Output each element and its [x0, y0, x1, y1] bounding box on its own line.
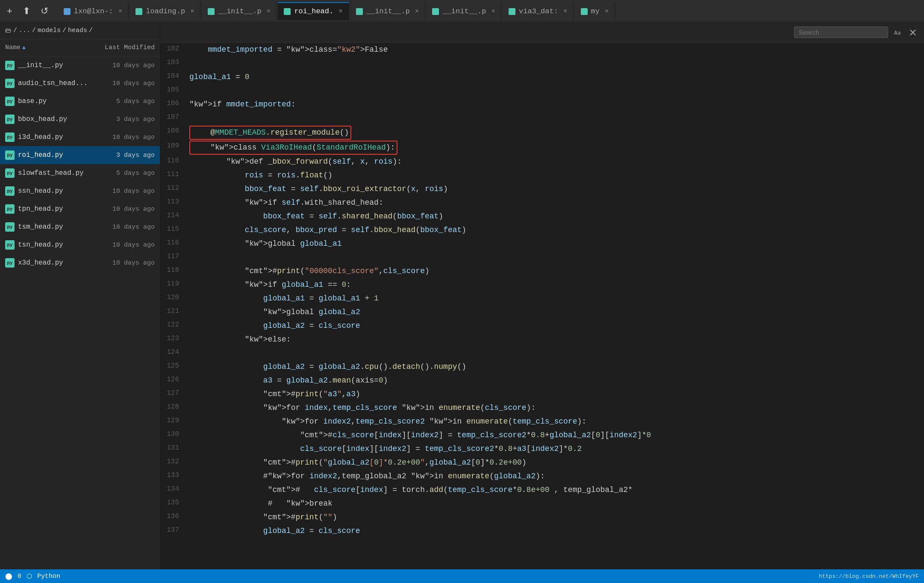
- line-code[interactable]: "cmt"># cls_score[index] = torch.add(tem…: [186, 483, 924, 497]
- line-number: 107: [160, 111, 186, 125]
- code-line: 136 "cmt">#print(""): [160, 510, 924, 524]
- file-name: audio_tsn_head...: [18, 80, 88, 87]
- tab-close-roi_head[interactable]: ×: [338, 8, 343, 15]
- file-list: py__init__.py10 days agopyaudio_tsn_head…: [0, 56, 160, 569]
- line-code[interactable]: "kw">def _bbox_forward(self, x, rois):: [186, 155, 924, 168]
- tab-loading[interactable]: loading.p×: [129, 2, 200, 20]
- line-code[interactable]: # "kw">break: [186, 497, 924, 510]
- list-item[interactable]: pybbox_head.py3 days ago: [0, 110, 160, 128]
- tab-close-init1[interactable]: ×: [267, 8, 271, 15]
- line-code[interactable]: cls_score[index][index2] = temp_cls_scor…: [186, 442, 924, 456]
- line-code[interactable]: mmdet_imported = "kw">class="kw2">False: [186, 43, 924, 56]
- line-code[interactable]: [186, 56, 924, 70]
- line-number: 125: [160, 360, 186, 374]
- list-item[interactable]: pyslowfast_head.py5 days ago: [0, 164, 160, 182]
- tab-close-init3[interactable]: ×: [491, 8, 495, 15]
- line-code[interactable]: "cmt">#print(""): [186, 510, 924, 524]
- new-file-button[interactable]: +: [3, 4, 16, 18]
- line-code[interactable]: "kw">if self.with_shared_head:: [186, 196, 924, 209]
- line-code[interactable]: "kw">if mmdet_imported:: [186, 97, 924, 111]
- line-code[interactable]: @MMDET_HEADS.register_module(): [186, 125, 924, 140]
- refresh-button[interactable]: ↺: [37, 4, 52, 18]
- list-item[interactable]: pytsn_head.py10 days ago: [0, 236, 160, 254]
- list-item[interactable]: pyaudio_tsn_head...10 days ago: [0, 74, 160, 92]
- tab-my[interactable]: my×: [575, 2, 615, 20]
- line-code[interactable]: global_a2 = cls_score: [186, 319, 924, 333]
- list-item[interactable]: py__init__.py10 days ago: [0, 56, 160, 74]
- list-item[interactable]: pyroi_head.py3 days ago: [0, 146, 160, 164]
- upload-button[interactable]: ⬆: [19, 4, 34, 18]
- breadcrumb-heads[interactable]: heads: [68, 27, 87, 34]
- svg-text:Aa: Aa: [894, 29, 901, 36]
- line-code[interactable]: [186, 84, 924, 97]
- tabs-container: lxn@lxn-:×loading.p×__init__.p×roi_head.…: [58, 2, 615, 20]
- line-code[interactable]: "kw">for index,temp_cls_score "kw">in en…: [186, 401, 924, 415]
- line-code[interactable]: [186, 346, 924, 360]
- file-name: ssn_head.py: [18, 187, 86, 195]
- line-code[interactable]: bbox_feat = self.bbox_roi_extractor(x, r…: [186, 182, 924, 196]
- code-line: 133 #"kw">for index2,temp_global_a2 "kw"…: [160, 469, 924, 483]
- code-line: 109 "kw">class Via3RoIHead(StandardRoIHe…: [160, 140, 924, 155]
- line-number: 127: [160, 387, 186, 401]
- search-case-icon[interactable]: Aa: [892, 26, 903, 38]
- tab-close-loading[interactable]: ×: [190, 8, 194, 15]
- line-number: 117: [160, 250, 186, 264]
- line-code[interactable]: "cmt">#print("a3",a3): [186, 387, 924, 401]
- list-item[interactable]: pybase.py5 days ago: [0, 92, 160, 110]
- line-code[interactable]: [186, 250, 924, 264]
- list-item[interactable]: pytpn_head.py10 days ago: [0, 200, 160, 218]
- tab-close-lxn[interactable]: ×: [118, 8, 123, 15]
- line-code[interactable]: global_a1 = 0: [186, 70, 924, 84]
- tab-close-my[interactable]: ×: [605, 8, 609, 15]
- line-code[interactable]: "kw">else:: [186, 333, 924, 346]
- tab-init1[interactable]: __init__.p×: [202, 2, 277, 20]
- line-code[interactable]: "cmt">#print("global_a2[0]*0.2e+00",glob…: [186, 456, 924, 469]
- code-editor[interactable]: 102 mmdet_imported = "kw">class="kw2">Fa…: [160, 43, 924, 569]
- list-item[interactable]: pyi3d_head.py10 days ago: [0, 128, 160, 146]
- tab-init2[interactable]: __init__.p×: [350, 2, 426, 20]
- col-modified-header[interactable]: Last Modified: [86, 44, 155, 51]
- line-number: 135: [160, 497, 186, 510]
- line-code[interactable]: [186, 111, 924, 125]
- line-code[interactable]: #"kw">for index2,temp_global_a2 "kw">in …: [186, 469, 924, 483]
- tab-roi_head[interactable]: roi_head.×: [278, 2, 349, 20]
- line-code[interactable]: "cmt">#print("00000cls_score",cls_score): [186, 264, 924, 278]
- search-input[interactable]: via: [794, 26, 888, 38]
- line-code[interactable]: global_a1 = global_a1 + 1: [186, 292, 924, 305]
- breadcrumb-models[interactable]: models: [38, 27, 61, 34]
- line-code[interactable]: a3 = global_a2.mean(axis=0): [186, 374, 924, 387]
- breadcrumb: 🗁 / ... / models / heads /: [0, 22, 160, 39]
- line-code[interactable]: "cmt">#cls_score[index][index2] = temp_c…: [186, 428, 924, 442]
- line-code[interactable]: "kw">global global_a2: [186, 305, 924, 319]
- code-line: 105: [160, 84, 924, 97]
- list-item[interactable]: pyssn_head.py10 days ago: [0, 182, 160, 200]
- line-code[interactable]: "kw">if global_a1 == 0:: [186, 278, 924, 292]
- status-language[interactable]: Python: [37, 573, 60, 580]
- col-name-header[interactable]: Name ▲: [5, 44, 86, 51]
- list-item[interactable]: pytsm_head.py10 days ago: [0, 218, 160, 236]
- breadcrumb-ellipsis[interactable]: ...: [19, 27, 30, 34]
- tab-via3_dat[interactable]: via3_dat:×: [503, 2, 574, 20]
- code-line: 120 global_a1 = global_a1 + 1: [160, 292, 924, 305]
- line-number: 134: [160, 483, 186, 497]
- line-code[interactable]: "kw">class Via3RoIHead(StandardRoIHead):: [186, 140, 924, 155]
- line-code[interactable]: global_a2 = global_a2.cpu().detach().num…: [186, 360, 924, 374]
- breadcrumb-sep4: /: [89, 27, 93, 34]
- tab-label-via3_dat: via3_dat:: [519, 7, 558, 15]
- tab-close-via3_dat[interactable]: ×: [563, 8, 568, 15]
- list-item[interactable]: pyx3d_head.py10 days ago: [0, 254, 160, 272]
- line-code[interactable]: bbox_feat = self.shared_head(bbox_feat): [186, 209, 924, 223]
- status-left: ⬤ 0 ⬡ Python: [5, 572, 60, 580]
- search-close-icon[interactable]: [907, 26, 919, 38]
- code-line: 107: [160, 111, 924, 125]
- line-code[interactable]: "kw">global global_a1: [186, 237, 924, 250]
- line-code[interactable]: rois = rois.float(): [186, 168, 924, 182]
- line-code[interactable]: global_a2 = cls_score: [186, 524, 924, 538]
- line-code[interactable]: cls_score, bbox_pred = self.bbox_head(bb…: [186, 223, 924, 237]
- line-number: 113: [160, 196, 186, 209]
- tab-init3[interactable]: __init__.p×: [426, 2, 502, 20]
- code-line: 112 bbox_feat = self.bbox_roi_extractor(…: [160, 182, 924, 196]
- tab-lxn[interactable]: lxn@lxn-:×: [58, 2, 129, 20]
- line-code[interactable]: "kw">for index2,temp_cls_score2 "kw">in …: [186, 415, 924, 428]
- tab-close-init2[interactable]: ×: [415, 8, 419, 15]
